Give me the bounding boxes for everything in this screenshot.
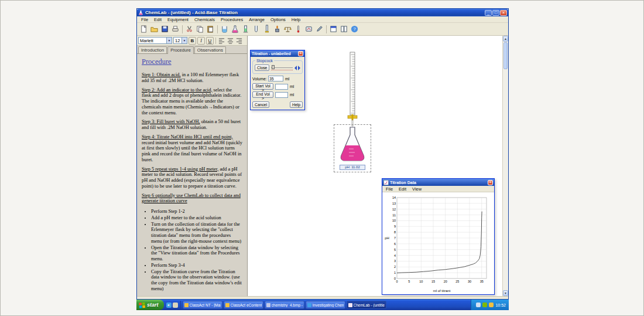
underline-button[interactable]: U (206, 37, 214, 45)
taskbar-button-label: ClassAct eContent Br... (231, 303, 262, 307)
svg-text:0: 0 (396, 280, 398, 283)
print-icon[interactable] (170, 24, 180, 34)
svg-text:13: 13 (392, 202, 396, 205)
svg-text:14: 14 (392, 196, 396, 199)
taskbar-button-icon (184, 303, 189, 307)
menu-help[interactable]: Help (289, 17, 303, 22)
tile-windows-icon[interactable] (339, 24, 349, 34)
titration-dialog-close-icon[interactable]: × (298, 51, 303, 56)
windows-logo-icon (139, 302, 145, 308)
titration-data-menu-view[interactable]: View (409, 186, 424, 192)
erlenmeyer-flask-icon[interactable] (230, 24, 240, 34)
test-tube-icon[interactable] (251, 24, 261, 34)
titration-data-menu-edit[interactable]: Edit (396, 186, 409, 192)
buret-icon[interactable] (262, 24, 272, 34)
dropper-icon[interactable] (314, 24, 324, 34)
buret[interactable] (345, 52, 359, 128)
chevron-down-icon[interactable]: ▼ (181, 38, 187, 43)
start-vol-input[interactable] (275, 84, 288, 90)
menu-procedures[interactable]: Procedures (218, 17, 246, 22)
window-titlebar[interactable]: ChemLab - (untitled) - Acid-Base Titrati… (137, 9, 508, 16)
procedure-step-4: Step 4: Titrate NaOH into HCl until end … (142, 134, 242, 163)
maximize-button[interactable]: □ (492, 10, 499, 16)
stopcock-flow-slider[interactable] (271, 65, 293, 70)
align-right-button[interactable] (235, 37, 243, 45)
quick-launch-browser-icon[interactable]: e (166, 303, 172, 308)
taskbar-button[interactable]: ClassAct eContent Br... (224, 301, 263, 309)
minimize-button[interactable]: _ (485, 10, 492, 16)
menu-file[interactable]: File (138, 17, 151, 22)
titration-curve-chart: 0510152025303501234567891011121314ml of … (383, 193, 494, 294)
menu-edit[interactable]: Edit (151, 17, 165, 22)
start-button[interactable]: start (136, 300, 164, 310)
balance-icon[interactable] (283, 24, 293, 34)
svg-text:12: 12 (392, 208, 396, 211)
end-vol-button[interactable]: End Vol > (252, 91, 273, 98)
taskbar-button[interactable]: Investigating Chemist... (306, 301, 345, 309)
end-vol-input[interactable] (275, 92, 288, 98)
cascade-windows-icon[interactable] (328, 24, 338, 34)
titration-data-menu-file[interactable]: File (383, 186, 396, 192)
start-button-label: start (147, 302, 159, 308)
taskbar-button[interactable]: ClassAct NT - [Main M... (183, 301, 222, 309)
taskbar-button[interactable]: chemistry_4.bmp - Paint (265, 301, 304, 309)
titration-data-titlebar[interactable]: Titration Data × (382, 179, 494, 186)
tab-observations[interactable]: Observations (194, 46, 226, 53)
svg-text:4: 4 (394, 254, 396, 257)
copy-icon[interactable] (195, 24, 205, 34)
slider-handle[interactable] (272, 65, 275, 69)
svg-text:8: 8 (394, 230, 396, 234)
font-size-select[interactable]: 12▼ (173, 37, 187, 44)
volume-input[interactable] (268, 76, 283, 81)
italic-button[interactable]: I (197, 37, 205, 45)
paste-icon[interactable] (205, 24, 215, 34)
tray-alert-icon[interactable] (489, 303, 494, 307)
scroll-down-icon[interactable]: ▼ (503, 290, 508, 296)
erlenmeyer-flask[interactable] (337, 127, 368, 163)
help-button[interactable]: Help (290, 101, 303, 108)
quick-launch-desktop-icon[interactable] (173, 303, 178, 308)
taskbar-button-label: chemistry_4.bmp - Paint (272, 303, 303, 307)
beaker-icon[interactable] (220, 24, 229, 34)
menu-chemicals[interactable]: Chemicals (191, 17, 218, 22)
taskbar-button[interactable]: ChemLab - (untitled) ... (347, 301, 386, 309)
align-center-button[interactable] (227, 37, 234, 45)
scroll-thumb[interactable] (503, 42, 508, 69)
open-file-icon[interactable] (149, 24, 159, 34)
thermometer-icon[interactable] (293, 24, 303, 34)
help-icon[interactable]: ? (350, 24, 359, 34)
format-toolbar: Marlett▼ 12▼ B I U (137, 36, 247, 46)
tray-network-icon[interactable] (482, 303, 487, 307)
font-family-select[interactable]: Marlett▼ (138, 37, 172, 44)
vertical-scrollbar[interactable]: ▲ ▼ (502, 36, 508, 296)
graduated-cylinder-icon[interactable] (241, 24, 251, 34)
menu-equipment[interactable]: Equipment (165, 17, 191, 22)
titration-data-body: 0510152025303501234567891011121314ml of … (382, 192, 494, 294)
start-vol-button[interactable]: Start Vol > (252, 83, 273, 90)
titration-dialog-titlebar[interactable]: Titration - unlabelled × (251, 50, 304, 57)
menu-options[interactable]: Options (268, 17, 289, 22)
new-document-icon[interactable] (139, 24, 149, 34)
flask-ph-readout: pH: 11.02 (340, 165, 365, 170)
close-button[interactable]: × (500, 10, 507, 16)
tray-volume-icon[interactable] (476, 303, 481, 307)
svg-text:25: 25 (455, 280, 459, 283)
tab-procedure[interactable]: Procedure (167, 46, 194, 54)
scroll-up-icon[interactable]: ▲ (503, 36, 508, 42)
titration-data-close-icon[interactable]: × (488, 180, 493, 185)
procedure-panel[interactable]: Procedure Step 1: Obtain acid, in a 100 … (137, 54, 247, 296)
menu-arrange[interactable]: Arrange (246, 17, 268, 22)
align-left-button[interactable] (218, 37, 225, 45)
cancel-button[interactable]: Cancel (252, 101, 269, 108)
cut-icon[interactable] (184, 24, 194, 34)
bunsen-burner-icon[interactable] (272, 24, 282, 34)
bold-button[interactable]: B (189, 37, 196, 45)
ph-meter-icon[interactable] (304, 24, 314, 34)
volume-label: Volume: (252, 77, 266, 81)
scroll-track[interactable] (503, 70, 508, 290)
chevron-down-icon[interactable]: ▼ (166, 38, 172, 43)
stopcock-state-button[interactable]: Close (255, 64, 269, 71)
save-file-icon[interactable] (160, 24, 170, 34)
lab-workspace[interactable]: Titration - unlabelled × Stopcock Close (248, 36, 508, 296)
tab-introduction[interactable]: Introduction (138, 46, 167, 53)
